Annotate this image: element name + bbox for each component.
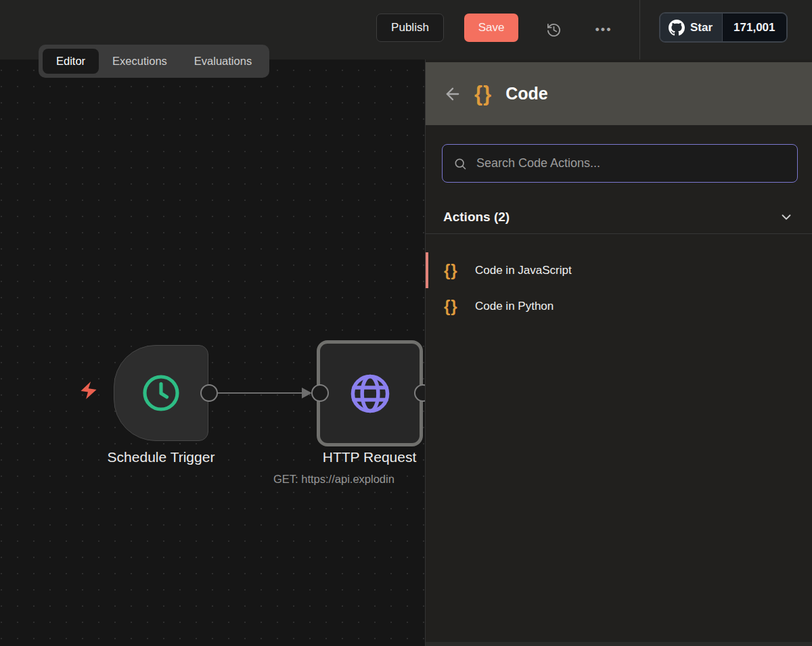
search-box[interactable] [442, 144, 798, 183]
workflow-canvas[interactable]: Schedule Trigger HTTP Request GET: https… [0, 60, 425, 646]
action-item-code-python[interactable]: {} Code in Python [426, 288, 812, 324]
braces-icon: {} [474, 82, 492, 106]
node-schedule-trigger[interactable] [114, 345, 208, 441]
output-connector-schedule-trigger[interactable] [200, 384, 218, 402]
action-item-code-javascript[interactable]: {} Code in JavaScript [426, 252, 812, 288]
chevron-down-icon[interactable] [779, 210, 794, 225]
github-star-count[interactable]: 171,001 [722, 14, 786, 41]
input-connector-http-request[interactable] [311, 384, 329, 402]
edge-schedule-to-http[interactable] [218, 392, 304, 394]
publish-button[interactable]: Publish [376, 14, 444, 42]
save-button[interactable]: Save [464, 14, 518, 42]
actions-section-label: Actions (2) [443, 210, 779, 225]
section-divider [426, 233, 812, 234]
app-root: Publish Save ••• Star 171,001 [0, 0, 812, 646]
panel-header: {} Code [426, 62, 812, 125]
ellipsis-icon: ••• [595, 23, 612, 37]
search-icon [453, 157, 467, 170]
history-icon [546, 22, 562, 38]
globe-icon [348, 371, 392, 416]
topbar-divider [639, 0, 640, 60]
tab-evaluations[interactable]: Evaluations [181, 49, 265, 74]
node-label-http-request: HTTP Request [295, 449, 444, 465]
arrow-left-icon [443, 85, 462, 103]
history-button[interactable] [540, 16, 567, 43]
actions-section-header[interactable]: Actions (2) [426, 202, 812, 233]
braces-icon: {} [444, 261, 472, 280]
clock-icon [140, 372, 182, 414]
tab-editor[interactable]: Editor [43, 49, 99, 74]
braces-icon: {} [444, 297, 472, 316]
more-options-button[interactable]: ••• [590, 16, 617, 43]
github-logo-icon [669, 20, 685, 36]
back-button[interactable] [443, 85, 462, 103]
github-star-widget[interactable]: Star 171,001 [659, 12, 788, 43]
action-item-label: Code in JavaScript [475, 264, 572, 277]
panel-bottom-strip [426, 642, 812, 646]
node-http-request[interactable] [317, 340, 423, 446]
node-label-schedule-trigger: Schedule Trigger [87, 449, 235, 465]
tab-executions[interactable]: Executions [99, 49, 181, 74]
github-star-button[interactable]: Star [660, 14, 722, 41]
edge-arrowhead-icon [302, 388, 312, 398]
action-item-label: Code in Python [475, 300, 554, 313]
search-input[interactable] [476, 156, 786, 170]
view-tabs: Editor Executions Evaluations [39, 45, 269, 78]
panel-title: Code [505, 84, 548, 103]
lightning-icon [78, 379, 99, 401]
github-star-label: Star [690, 21, 713, 34]
node-picker-panel: {} Code Actions (2) {} Code in JavaScr [425, 60, 812, 646]
active-item-accent-bar [426, 252, 428, 288]
